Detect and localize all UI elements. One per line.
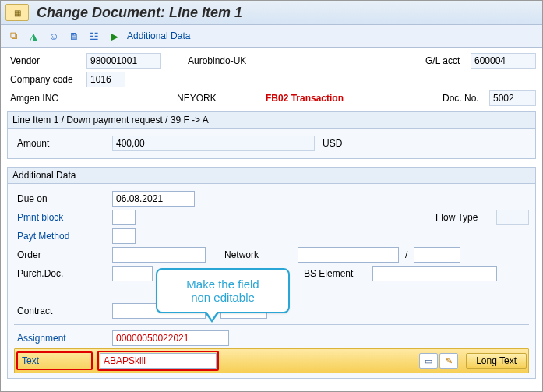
flow-type-label: Flow Type [432,210,493,224]
company-code-value: 1016 [86,72,125,87]
fb02-annotation: FB02 Transaction [266,93,344,104]
callout-line1: Make the field [168,277,277,291]
value-help-icon[interactable]: ▭ [419,353,438,369]
line-item-section-body: Amount 400,00 USD [7,129,536,159]
text-label-link[interactable]: Text [19,354,90,368]
order-input[interactable] [112,247,206,263]
additional-data-section-body: Due on Pmnt block Flow Type Payt Method … [7,184,536,379]
wbs-element-input[interactable] [372,266,497,281]
network-activity-input[interactable] [414,247,460,263]
vendor-label: Vendor [7,54,83,68]
payt-method-input[interactable] [112,228,136,244]
network-input[interactable] [298,247,399,263]
doc-no-value: 5002 [489,90,536,106]
stack-icon[interactable]: ☳ [86,28,102,44]
copy-icon[interactable]: ⧉ [5,28,21,44]
pmnt-block-link[interactable]: Pmnt block [14,210,109,224]
due-on-label: Due on [14,192,109,206]
doc-no-label: Doc. No. [439,91,486,105]
text-input[interactable] [100,353,217,369]
network-slash: / [405,249,407,260]
purch-doc-label: Purch.Doc. [14,267,109,281]
sap-app-icon: ▦ [5,4,29,21]
mountain-icon[interactable]: ◮ [26,28,41,44]
contract-label: Contract [14,304,109,318]
long-text-button-label: Long Text [476,355,517,366]
vendor-value: 980001001 [86,53,161,69]
vendor-name: Aurobindo-UK [188,55,305,66]
additional-data-link[interactable]: Additional Data [127,30,190,41]
network-label: Network [224,249,294,260]
toolbar: ⧉ ◮ ☺ 🗎 ☳ ▶ Additional Data [1,25,542,48]
additional-data-icon[interactable]: ▶ [107,28,122,44]
amount-label: Amount [14,136,109,150]
wbs-element-label: BS Element [304,268,369,279]
additional-data-section-header: Additional Data [7,167,536,184]
order-label: Order [14,248,109,262]
divider [14,324,529,325]
company-code-label: Company code [7,72,83,87]
line-item-section-header: Line Item 1 / Down payment request / 39 … [7,111,536,129]
company-city: NEYORK [177,93,239,104]
purch-doc-input[interactable] [112,266,153,281]
title-bar: ▦ Change Document: Line Item 1 [1,1,542,25]
flow-type-value [496,210,529,225]
due-on-input[interactable] [112,191,195,207]
assignment-input[interactable] [112,330,229,346]
amount-value: 400,00 [112,136,315,151]
gl-acct-label: G/L acct [422,54,467,68]
assignment-link[interactable]: Assignment [14,331,109,345]
document-icon[interactable]: 🗎 [66,28,82,44]
long-text-icon[interactable]: ✎ [439,353,458,369]
callout-annotation: Make the field non editable [156,268,290,313]
page-title: Change Document: Line Item 1 [37,5,242,21]
gl-acct-value: 600004 [471,53,536,69]
pmnt-block-input[interactable] [112,210,136,225]
text-row-highlight: Text ▭ ✎ Long Text [14,348,529,373]
amount-currency: USD [323,138,342,149]
long-text-button[interactable]: Long Text [466,353,527,369]
callout-line2: non editable [168,291,277,304]
payt-method-link[interactable]: Payt Method [14,229,109,243]
company-name: Amgen INC [7,93,174,104]
person-icon[interactable]: ☺ [46,28,62,44]
